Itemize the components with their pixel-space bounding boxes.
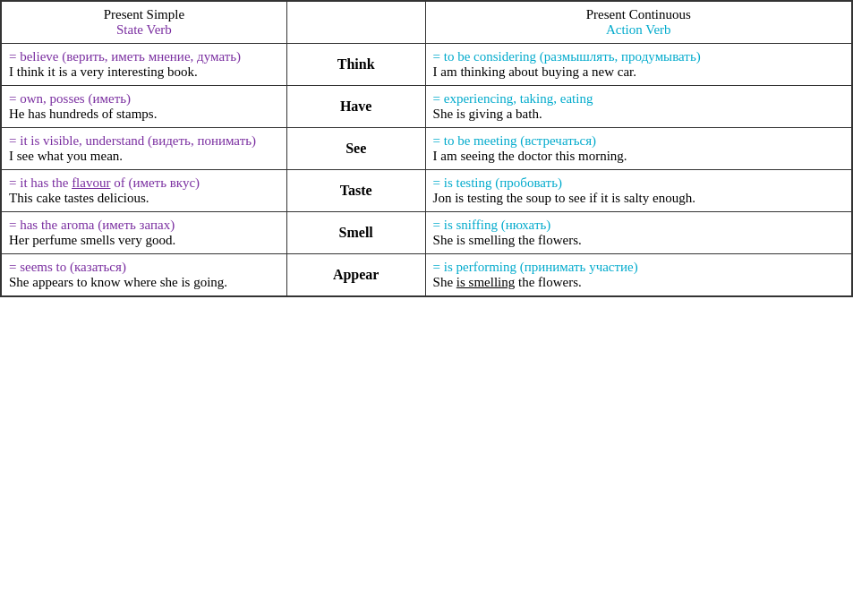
right-cell-1: = experiencing, taking, eatingShe is giv… <box>425 86 852 128</box>
header-right: Present Continuous Action Verb <box>425 1 852 44</box>
table-row: = it is visible, understand (видеть, пон… <box>1 128 852 170</box>
right-cell-3: = is testing (пробовать)Jon is testing t… <box>425 170 852 212</box>
table-row: = own, posses (иметь)He has hundreds of … <box>1 86 852 128</box>
left-cell-0: = believe (верить, иметь мнение, думать)… <box>1 44 286 86</box>
verb-cell-4: Smell <box>286 212 425 254</box>
right-cell-2: = to be meeting (встречаться)I am seeing… <box>425 128 852 170</box>
table-row: = believe (верить, иметь мнение, думать)… <box>1 44 852 86</box>
verb-cell-0: Think <box>286 44 425 86</box>
left-cell-5: = seems to (казаться)She appears to know… <box>1 254 286 297</box>
header-mid <box>286 1 425 44</box>
verb-cell-3: Taste <box>286 170 425 212</box>
left-cell-3: = it has the flavour of (иметь вкус)This… <box>1 170 286 212</box>
header-left: Present Simple State Verb <box>1 1 286 44</box>
right-cell-0: = to be considering (размышлять, продумы… <box>425 44 852 86</box>
table-row: = seems to (казаться)She appears to know… <box>1 254 852 297</box>
right-cell-4: = is sniffing (нюхать)She is smelling th… <box>425 212 852 254</box>
verb-cell-2: See <box>286 128 425 170</box>
left-cell-4: = has the aroma (иметь запах)Her perfume… <box>1 212 286 254</box>
verb-cell-1: Have <box>286 86 425 128</box>
verb-cell-5: Appear <box>286 254 425 297</box>
left-cell-1: = own, posses (иметь)He has hundreds of … <box>1 86 286 128</box>
table-row: = has the aroma (иметь запах)Her perfume… <box>1 212 852 254</box>
table-row: = it has the flavour of (иметь вкус)This… <box>1 170 852 212</box>
left-cell-2: = it is visible, understand (видеть, пон… <box>1 128 286 170</box>
right-cell-5: = is performing (принимать участие)She i… <box>425 254 852 297</box>
